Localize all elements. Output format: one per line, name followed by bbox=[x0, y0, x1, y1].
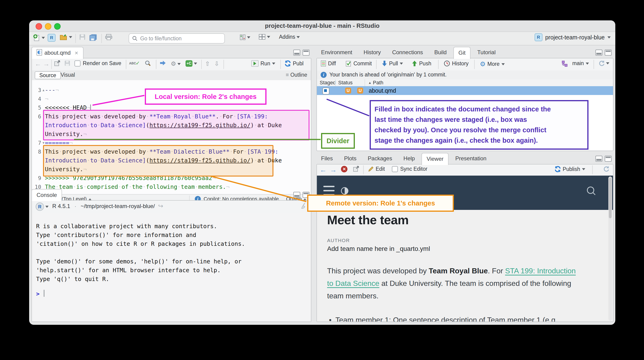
r-logo-icon: R bbox=[36, 203, 44, 211]
console-line: Type 'q()' to quit R. bbox=[36, 275, 109, 284]
popout-icon[interactable] bbox=[353, 166, 360, 172]
chevron-down-icon bbox=[296, 36, 300, 40]
chevron-down-icon bbox=[42, 37, 45, 41]
console-pane-body: R R 4.5.1 · ~/tmp/project-team-royal-blu… bbox=[32, 200, 311, 322]
column-status[interactable]: Status bbox=[338, 80, 352, 86]
render-on-save-checkbox[interactable]: Render on Save bbox=[74, 60, 121, 67]
console-output[interactable]: R is a collaborative project with many c… bbox=[32, 213, 311, 321]
branch-name: main bbox=[572, 60, 584, 67]
render-icon[interactable] bbox=[160, 60, 166, 66]
visual-mode-button[interactable]: Visual bbox=[60, 72, 75, 78]
minimize-pane-icon[interactable] bbox=[596, 50, 602, 56]
publish-button[interactable]: Publ bbox=[284, 60, 304, 67]
staged-checkbox[interactable] bbox=[322, 88, 330, 95]
r-project-icon: R bbox=[48, 34, 56, 42]
git-file-row[interactable]: U U about.qmd bbox=[317, 86, 613, 95]
branch-selector[interactable]: main bbox=[572, 60, 589, 67]
tab-history[interactable]: History bbox=[359, 47, 386, 58]
source-mode-button[interactable]: Source bbox=[35, 71, 61, 79]
pull-button[interactable]: Pull bbox=[382, 60, 403, 67]
qmd-file-icon bbox=[36, 49, 42, 56]
viewer-forward-icon[interactable]: → bbox=[330, 166, 337, 174]
run-button[interactable]: Run bbox=[251, 60, 275, 67]
forward-icon[interactable]: → bbox=[43, 60, 50, 68]
local-version-annotation: Local version: Role 2's changes bbox=[145, 88, 266, 105]
save-button[interactable] bbox=[79, 34, 86, 40]
viewer-refresh-icon[interactable] bbox=[603, 166, 609, 172]
open-directory-icon[interactable]: ↪ bbox=[158, 203, 163, 210]
new-project-button[interactable]: R bbox=[48, 34, 56, 42]
tab-packages[interactable]: Packages bbox=[363, 153, 397, 164]
tab-build[interactable]: Build bbox=[430, 47, 451, 58]
stop-icon[interactable]: ✕ bbox=[341, 166, 348, 172]
jump-down-icon[interactable]: ⇩ bbox=[214, 60, 219, 67]
viewer-scrollbar[interactable] bbox=[608, 176, 612, 321]
console-line: Type 'demo()' for some demos, 'help()' f… bbox=[36, 257, 242, 266]
tab-environment[interactable]: Environment bbox=[316, 47, 357, 58]
outline-icon: ≡ bbox=[286, 72, 289, 78]
minimize-pane-icon[interactable] bbox=[293, 50, 300, 56]
search-icon bbox=[132, 36, 138, 41]
site-search-icon[interactable] bbox=[586, 186, 596, 196]
tab-tutorial[interactable]: Tutorial bbox=[472, 47, 500, 58]
tab-console[interactable]: Console bbox=[32, 189, 62, 201]
column-staged[interactable]: Staged bbox=[320, 80, 336, 86]
popout-icon[interactable] bbox=[54, 60, 60, 66]
save-all-button[interactable] bbox=[89, 34, 97, 41]
tab-help[interactable]: Help bbox=[399, 153, 420, 164]
diff-button[interactable]: Diff bbox=[320, 60, 336, 67]
remote-version-annotation: Remote version: Role 1's changes bbox=[307, 195, 454, 212]
project-menu[interactable]: R project-team-royal-blue bbox=[534, 33, 611, 41]
find-replace-icon[interactable] bbox=[145, 60, 151, 66]
push-button[interactable]: Push bbox=[412, 60, 431, 67]
spellcheck-icon[interactable]: ABC✓ bbox=[129, 60, 140, 66]
rstudio-window: project-team-royal-blue - main - RStudio… bbox=[29, 20, 615, 325]
tab-git[interactable]: Git bbox=[454, 47, 471, 59]
goto-file-search[interactable]: Go to file/function bbox=[128, 33, 225, 44]
addins-label: Addins bbox=[279, 34, 295, 40]
column-path[interactable]: ▲ Path bbox=[368, 80, 383, 86]
maximize-pane-icon[interactable] bbox=[605, 50, 612, 56]
viewer-publish-button[interactable]: Publish bbox=[554, 166, 585, 172]
author-label: AUTHOR bbox=[327, 238, 350, 243]
tab-presentation[interactable]: Presentation bbox=[450, 153, 491, 164]
tab-about-qmd[interactable]: about.qmd ✕ bbox=[32, 47, 84, 59]
addins-menu[interactable]: Addins bbox=[279, 34, 300, 40]
r-version-menu[interactable]: R bbox=[36, 203, 48, 211]
maximize-pane-icon[interactable] bbox=[605, 156, 612, 162]
tab-connections[interactable]: Connections bbox=[388, 47, 428, 58]
outline-button[interactable]: ≡ Outline bbox=[286, 72, 307, 78]
minimize-pane-icon[interactable] bbox=[596, 156, 602, 162]
sync-editor-checkbox[interactable]: Sync Editor bbox=[392, 166, 428, 172]
jump-up-icon[interactable]: ⇧ bbox=[205, 60, 210, 67]
render-settings-gear-icon[interactable]: ⚙ bbox=[171, 60, 181, 67]
working-directory[interactable]: ~/tmp/project-team-royal-blue/ bbox=[81, 203, 155, 210]
viewer-back-icon[interactable]: ← bbox=[320, 166, 327, 174]
website-content[interactable]: Meet the team AUTHOR Add team name here … bbox=[317, 210, 613, 321]
history-button[interactable]: History bbox=[444, 60, 469, 67]
back-icon[interactable]: ← bbox=[35, 60, 41, 68]
insert-chunk-button[interactable]: +C bbox=[186, 60, 197, 67]
close-tab-icon[interactable]: ✕ bbox=[74, 51, 78, 56]
new-file-button[interactable] bbox=[33, 34, 45, 42]
open-file-button[interactable] bbox=[60, 34, 72, 40]
window-title: project-team-royal-blue - main - RStudio bbox=[29, 22, 615, 30]
theme-toggle-icon[interactable] bbox=[341, 187, 348, 195]
refresh-button[interactable] bbox=[599, 60, 609, 66]
refresh-icon bbox=[599, 60, 605, 66]
minimize-pane-icon[interactable] bbox=[293, 192, 300, 198]
print-button[interactable] bbox=[105, 34, 112, 40]
tab-plots[interactable]: Plots bbox=[340, 153, 361, 164]
more-button[interactable]: ⚙ More bbox=[480, 60, 505, 68]
pencil-icon bbox=[368, 166, 374, 172]
clear-console-icon[interactable] bbox=[300, 203, 307, 210]
version-control-button[interactable] bbox=[240, 34, 250, 41]
commit-button[interactable]: Commit bbox=[346, 60, 372, 67]
edit-button[interactable]: Edit bbox=[368, 166, 385, 172]
workspace-panes-button[interactable] bbox=[258, 34, 270, 40]
tab-viewer[interactable]: Viewer bbox=[422, 153, 448, 165]
fold-marker-icon[interactable]: ▲ bbox=[42, 86, 44, 95]
save-icon[interactable] bbox=[64, 60, 70, 66]
maximize-pane-icon[interactable] bbox=[302, 50, 310, 56]
tab-files[interactable]: Files bbox=[316, 153, 338, 164]
